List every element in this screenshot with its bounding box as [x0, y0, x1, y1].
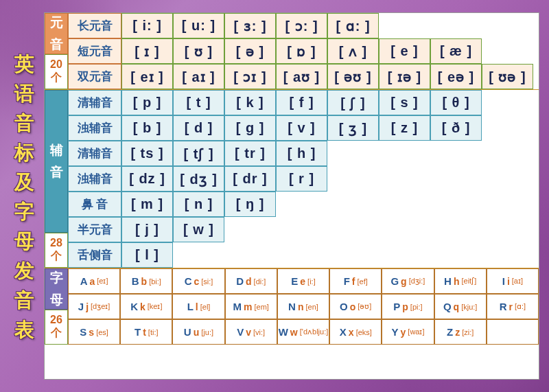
row-cells: [ dz ][ dʒ ][ dr ][ r ] — [121, 166, 539, 192]
title-char: 及 — [14, 169, 34, 196]
letter-cell: Uu[ju:] — [172, 319, 224, 345]
letter-cell: Xx[eks] — [329, 319, 382, 345]
letter-cell: Jj[dʒeɪ] — [68, 294, 120, 319]
letter-cell: Ee[i:] — [277, 268, 329, 294]
phonetic-cell: [ g ] — [224, 115, 276, 141]
letter-upper: C — [185, 275, 192, 287]
letter-upper: W — [279, 326, 288, 338]
letter-phonetic: [vi:] — [253, 328, 265, 336]
letter-lower: i — [507, 276, 510, 287]
chart-content: 元音 20个 长元音[ i: ][ u: ][ ɜ: ][ ɔ: ][ ɑ: ]… — [44, 12, 539, 380]
phonetic-cell: [ ɒ ] — [276, 38, 327, 64]
letter-upper: U — [184, 326, 191, 338]
letter-lower: v — [246, 327, 251, 338]
letter-phonetic: [ef] — [357, 277, 367, 286]
phonetic-cell: [ p ] — [121, 90, 173, 115]
letter-cell: Vv[vi:] — [225, 319, 277, 345]
letter-label: 字母 — [45, 268, 68, 310]
letter-lower: g — [401, 276, 407, 287]
phonetic-cell: [ aɪ ] — [173, 64, 224, 89]
letter-phonetic: [pi:] — [410, 303, 423, 311]
phonetic-cell: [ m ] — [121, 192, 173, 217]
phonetic-cell: [ h ] — [276, 141, 327, 166]
letter-cell: Mm[em] — [225, 294, 277, 319]
letter-phonetic: [eitʃ] — [461, 277, 476, 286]
letter-phonetic: [ɑ:] — [515, 302, 526, 311]
letter-upper: M — [233, 301, 242, 312]
phonetic-cell: [ ʒ ] — [327, 115, 379, 141]
letter-upper: B — [132, 275, 139, 287]
row-cells: [ b ][ d ][ g ][ v ][ ʒ ][ z ][ ð ] — [121, 115, 539, 141]
letter-upper: J — [78, 301, 84, 312]
phonetic-cell: [ f ] — [276, 90, 327, 115]
letter-row: Ss[es]Tt[ti:]Uu[ju:]Vv[vi:]Ww['dʌblju:]X… — [68, 319, 539, 345]
letter-cell: Ii[aɪ] — [487, 268, 539, 294]
letter-cell: Tt[ti:] — [120, 319, 172, 345]
letter-cell: Ss[es] — [68, 319, 120, 345]
letter-cell: Qq[kju:] — [434, 294, 487, 319]
letter-phonetic: [es] — [96, 328, 108, 336]
title-char: 字 — [14, 198, 34, 226]
vowel-rows: 长元音[ i: ][ u: ][ ɜ: ][ ɔ: ][ ɑ: ]短元音[ ɪ … — [68, 13, 539, 89]
letter-lower: j — [86, 301, 89, 312]
letter-phonetic: [zi:] — [462, 328, 474, 336]
letter-cell: Ff[ef] — [329, 268, 382, 294]
letter-upper: N — [288, 301, 296, 312]
row-label: 鼻 音 — [68, 192, 121, 217]
letter-upper: E — [291, 275, 298, 287]
phonetic-row: 双元音[ eɪ ][ aɪ ][ ɔɪ ][ aʊ ][ əʊ ][ ɪə ][… — [68, 64, 539, 89]
letter-phonetic: [si:] — [201, 277, 213, 286]
letter-phonetic: [en] — [306, 303, 318, 311]
letter-phonetic: [ti:] — [148, 328, 159, 336]
letter-upper: R — [500, 301, 507, 312]
letter-cell: Yy[waɪ] — [382, 319, 434, 345]
letter-lower: r — [509, 301, 512, 312]
letter-upper: Q — [443, 301, 452, 312]
phonetic-cell: [ eɪ ] — [121, 64, 173, 89]
phonetic-row: 长元音[ i: ][ u: ][ ɜ: ][ ɔ: ][ ɑ: ] — [68, 13, 539, 38]
phonetic-cell: [ tr ] — [224, 141, 276, 166]
phonetic-row: 清辅音[ ts ][ tʃ ][ tr ][ h ] — [68, 141, 539, 166]
letter-phonetic: [aɪ] — [512, 277, 523, 286]
letter-lower: n — [298, 301, 304, 312]
letter-phonetic: [keɪ] — [148, 302, 163, 311]
title-char: 音 — [14, 287, 34, 314]
phonetic-cell: [ ʃ ] — [327, 90, 379, 115]
row-label: 舌侧音 — [68, 242, 121, 268]
row-cells: [ j ][ w ] — [121, 217, 539, 242]
letter-phonetic: [bi:] — [149, 277, 161, 286]
letter-cell: Aa[eɪ] — [68, 268, 120, 294]
title-char: 英 — [14, 51, 34, 78]
row-cells: [ ts ][ tʃ ][ tr ][ h ] — [121, 141, 539, 166]
phonetic-cell: [ aʊ ] — [276, 64, 327, 89]
letter-section: 字母 26个 Aa[eɪ]Bb[bi:]Cc[si:]Dd[di:]Ee[i:]… — [45, 268, 539, 345]
letter-row: Jj[dʒeɪ]Kk[keɪ]Ll[el]Mm[em]Nn[en]Oo[əʊ]P… — [68, 294, 539, 319]
title-char: 标 — [14, 139, 34, 167]
letter-upper: F — [344, 275, 350, 287]
phonetic-cell: [ d ] — [173, 115, 224, 141]
letter-lower: z — [455, 327, 460, 338]
phonetic-row: 浊辅音[ b ][ d ][ g ][ v ][ ʒ ][ z ][ ð ] — [68, 115, 539, 141]
phonetic-cell: [ i: ] — [121, 13, 173, 38]
phonetic-cell: [ w ] — [173, 217, 224, 242]
phonetic-cell: [ ʊ ] — [173, 38, 224, 64]
letter-lower: o — [350, 301, 356, 312]
letter-phonetic: [ju:] — [201, 328, 213, 336]
row-label: 双元音 — [68, 64, 121, 89]
row-label: 浊辅音 — [68, 166, 121, 192]
letter-phonetic: [kju:] — [461, 303, 477, 311]
title-char: 发 — [14, 257, 34, 285]
phonetic-row: 半元音[ j ][ w ] — [68, 217, 539, 242]
letter-lower: p — [402, 301, 408, 312]
letter-phonetic: [el] — [200, 303, 211, 311]
letter-upper: A — [80, 275, 88, 287]
row-cells: [ eɪ ][ aɪ ][ ɔɪ ][ aʊ ][ əʊ ][ ɪə ][ eə… — [121, 64, 539, 89]
title-char: 表 — [14, 316, 34, 344]
letter-lower: k — [140, 301, 145, 312]
letter-upper: V — [237, 326, 244, 338]
phonetic-cell: [ θ ] — [430, 90, 482, 115]
letter-upper: D — [236, 275, 244, 287]
phonetic-cell: [ əʊ ] — [327, 64, 379, 89]
row-label: 浊辅音 — [68, 115, 121, 141]
letter-upper: S — [80, 326, 86, 338]
